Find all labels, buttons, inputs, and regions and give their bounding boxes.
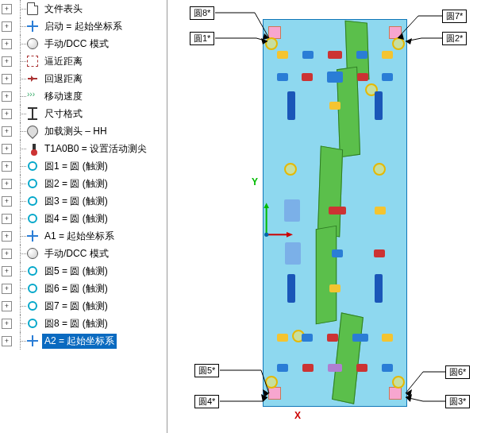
hardware-row — [270, 48, 400, 61]
doc-icon — [27, 2, 38, 15]
tree-item-label: 启动 = 起始坐标系 — [42, 19, 125, 34]
part-curve — [317, 145, 343, 237]
tree-item-label: 回退距离 — [42, 72, 85, 87]
tree-item[interactable]: +启动 = 起始坐标系 — [0, 17, 167, 35]
callout-circle4[interactable]: 圆4* — [194, 395, 219, 408]
tree-item-label: 移动速度 — [42, 89, 85, 104]
tree-item[interactable]: +移动速度 — [0, 87, 167, 105]
expand-icon[interactable]: + — [2, 266, 12, 276]
program-tree[interactable]: +文件表头+启动 = 起始坐标系+手动/DCC 模式+逼近距离+回退距离+移动速… — [0, 0, 167, 433]
tree-item-label: 圆7 = 圆 (触测) — [42, 299, 110, 314]
callout-circle6[interactable]: 圆6* — [445, 365, 470, 379]
tree-item[interactable]: +圆7 = 圆 (触测) — [0, 297, 167, 315]
axis-icon — [27, 335, 38, 346]
near-icon — [27, 56, 38, 67]
callout-circle7[interactable]: 圆7* — [442, 10, 467, 23]
pad — [389, 387, 402, 400]
tree-item[interactable]: +T1A0B0 = 设置活动测尖 — [0, 140, 167, 157]
part-curve — [316, 226, 337, 325]
expand-icon[interactable]: + — [2, 39, 12, 49]
speed-icon — [28, 91, 37, 101]
feature-circle[interactable] — [373, 163, 386, 176]
expand-icon[interactable]: + — [2, 301, 12, 311]
tree-item-label: 手动/DCC 模式 — [42, 37, 111, 52]
hardware-row — [270, 247, 400, 260]
tree-item-label: 圆5 = 圆 (触测) — [42, 264, 110, 279]
tree-item-label: 圆8 = 圆 (触测) — [42, 316, 110, 331]
hardware-row — [270, 71, 400, 83]
ret-icon — [28, 74, 37, 83]
tip-icon — [33, 144, 36, 153]
tree-item[interactable]: +圆4 = 圆 (触测) — [0, 210, 167, 227]
svg-marker-1 — [264, 203, 269, 208]
callout-circle8[interactable]: 圆8* — [190, 6, 214, 20]
expand-icon[interactable]: + — [2, 336, 12, 346]
tree-item-label: 圆2 = 圆 (触测) — [42, 176, 110, 191]
tree-item[interactable]: +A1 = 起始坐标系 — [0, 227, 167, 245]
tree-item[interactable]: +圆6 = 圆 (触测) — [0, 280, 167, 297]
tree-item-label: 圆4 = 圆 (触测) — [42, 211, 110, 226]
tree-item[interactable]: +回退距离 — [0, 70, 167, 87]
tree-item[interactable]: +手动/DCC 模式 — [0, 245, 167, 262]
expand-icon[interactable]: + — [2, 284, 12, 294]
circ-icon — [28, 214, 37, 223]
tree-item-label: T1A0B0 = 设置活动测尖 — [42, 141, 149, 157]
tree-item[interactable]: +圆8 = 圆 (触测) — [0, 315, 167, 332]
axis-label-x: X — [294, 410, 301, 421]
circ-icon — [28, 266, 37, 276]
axis-icon — [27, 21, 38, 32]
feature-circle[interactable] — [284, 163, 297, 176]
axis-icon — [27, 230, 38, 242]
tree-item[interactable]: +圆5 = 圆 (触测) — [0, 262, 167, 280]
circ-icon — [28, 196, 37, 206]
expand-icon[interactable]: + — [2, 179, 12, 189]
expand-icon[interactable]: + — [2, 249, 12, 259]
svg-marker-3 — [287, 232, 293, 238]
expand-icon[interactable]: + — [2, 196, 12, 207]
tree-item[interactable]: +逼近距离 — [0, 52, 167, 70]
circ-icon — [28, 284, 37, 293]
feature-circle[interactable] — [392, 376, 405, 389]
cad-viewport[interactable]: 圆8* 圆1* 圆7* 圆2* 圆5* 圆4* 圆6* 圆3* Y X — [167, 0, 504, 433]
hardware-row — [270, 361, 400, 374]
expand-icon[interactable]: + — [2, 56, 12, 67]
expand-icon[interactable]: + — [2, 21, 12, 32]
expand-icon[interactable]: + — [2, 74, 12, 84]
tree-item[interactable]: +加载测头 – HH — [0, 122, 167, 140]
tree-item[interactable]: +圆3 = 圆 (触测) — [0, 192, 167, 210]
svg-point-4 — [264, 233, 268, 237]
expand-icon[interactable]: + — [2, 91, 12, 102]
axis-gizmo — [261, 200, 293, 248]
callout-circle3[interactable]: 圆3* — [445, 395, 470, 408]
probe-icon — [25, 123, 40, 139]
dim-icon — [28, 107, 37, 120]
tree-item[interactable]: +A2 = 起始坐标系 — [0, 332, 167, 350]
expand-icon[interactable]: + — [2, 214, 12, 224]
expand-icon[interactable]: + — [2, 4, 12, 14]
callout-circle5[interactable]: 圆5* — [194, 364, 219, 377]
feature-circle[interactable] — [265, 376, 278, 389]
tree-item-label: 逼近距离 — [42, 54, 85, 69]
tree-item-label: A1 = 起始坐标系 — [42, 229, 117, 244]
tree-item[interactable]: +尺寸格式 — [0, 105, 167, 122]
expand-icon[interactable]: + — [2, 231, 12, 242]
expand-icon[interactable]: + — [2, 161, 12, 172]
tree-item-label: 圆6 = 圆 (触测) — [42, 281, 110, 296]
tree-item-label: 加载测头 – HH — [42, 124, 110, 139]
expand-icon[interactable]: + — [2, 319, 12, 329]
tree-item[interactable]: +手动/DCC 模式 — [0, 35, 167, 52]
expand-icon[interactable]: + — [2, 126, 12, 137]
tree-item[interactable]: +文件表头 — [0, 0, 167, 17]
callout-circle1[interactable]: 圆1* — [190, 32, 214, 45]
tree-item[interactable]: +圆1 = 圆 (触测) — [0, 157, 167, 175]
axis-label-y: Y — [252, 176, 258, 188]
expand-icon[interactable]: + — [2, 144, 12, 154]
hardware-row — [270, 282, 400, 295]
tree-item-label: 手动/DCC 模式 — [42, 246, 111, 261]
callout-circle2[interactable]: 圆2* — [442, 32, 467, 45]
hand-icon — [27, 248, 38, 259]
expand-icon[interactable]: + — [2, 109, 12, 119]
pad — [268, 387, 281, 400]
circ-icon — [28, 161, 37, 171]
tree-item[interactable]: +圆2 = 圆 (触测) — [0, 175, 167, 192]
